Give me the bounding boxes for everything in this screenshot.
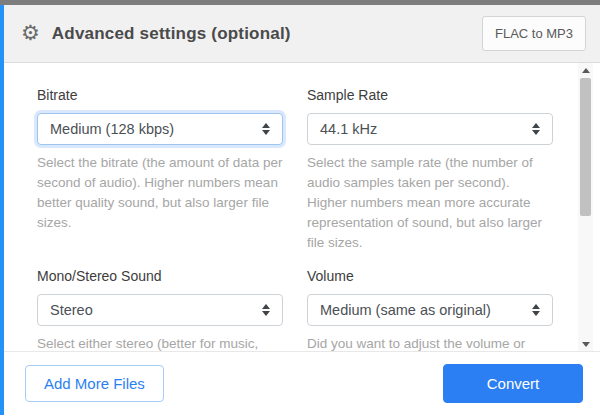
volume-select[interactable]: Medium (same as original) [307, 294, 553, 326]
bitrate-help-text: Select the bitrate (the amount of data p… [37, 153, 283, 233]
bitrate-label: Bitrate [37, 87, 283, 103]
mono-stereo-help-text: Select either stereo (better for music, … [37, 334, 283, 351]
main-area: ⚙ Advanced settings (optional) FLAC to M… [4, 5, 600, 415]
chevron-up-down-icon [532, 304, 540, 316]
field-volume: Volume Medium (same as original) Did you… [307, 268, 553, 351]
field-bitrate: Bitrate Medium (128 kbps) Select the bit… [37, 87, 283, 253]
field-sample-rate: Sample Rate 44.1 kHz Select the sample r… [307, 87, 553, 253]
converter-panel: ⚙ Advanced settings (optional) FLAC to M… [0, 5, 600, 415]
vertical-scrollbar[interactable] [578, 63, 593, 351]
conversion-type-button[interactable]: FLAC to MP3 [482, 16, 586, 51]
chevron-up-down-icon [262, 304, 270, 316]
mono-stereo-label: Mono/Stereo Sound [37, 268, 283, 284]
footer: Add More Files Convert [4, 351, 600, 415]
scroll-down-arrow-icon[interactable] [578, 337, 593, 351]
sample-rate-help-text: Select the sample rate (the number of au… [307, 153, 553, 253]
gear-icon: ⚙ [21, 22, 40, 43]
bitrate-select[interactable]: Medium (128 kbps) [37, 113, 283, 145]
scrollbar-thumb[interactable] [580, 78, 591, 216]
chevron-up-down-icon [532, 123, 540, 135]
bitrate-selected-value: Medium (128 kbps) [50, 121, 174, 137]
settings-content: Bitrate Medium (128 kbps) Select the bit… [4, 63, 600, 351]
sample-rate-selected-value: 44.1 kHz [320, 121, 377, 137]
page-title: Advanced settings (optional) [52, 24, 291, 44]
mono-stereo-select[interactable]: Stereo [37, 294, 283, 326]
sample-rate-select[interactable]: 44.1 kHz [307, 113, 553, 145]
field-mono-stereo: Mono/Stereo Sound Stereo Select either s… [37, 268, 283, 351]
volume-help-text: Did you want to adjust the volume or you… [307, 334, 553, 351]
convert-button[interactable]: Convert [443, 364, 583, 403]
scroll-up-arrow-icon[interactable] [578, 63, 593, 77]
mono-stereo-selected-value: Stereo [50, 302, 93, 318]
header: ⚙ Advanced settings (optional) FLAC to M… [4, 5, 600, 63]
volume-label: Volume [307, 268, 553, 284]
add-more-files-button[interactable]: Add More Files [25, 365, 164, 402]
volume-selected-value: Medium (same as original) [320, 302, 491, 318]
chevron-up-down-icon [262, 123, 270, 135]
sample-rate-label: Sample Rate [307, 87, 553, 103]
settings-grid: Bitrate Medium (128 kbps) Select the bit… [37, 87, 560, 351]
